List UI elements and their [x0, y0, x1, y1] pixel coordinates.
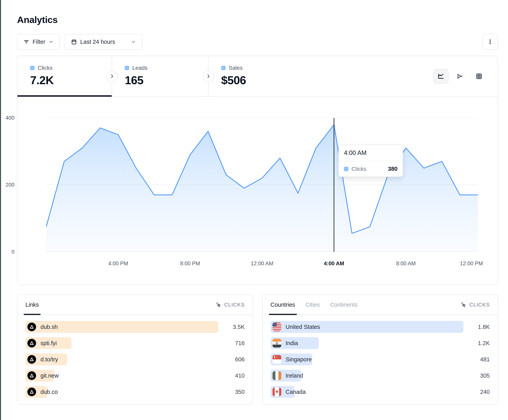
x-axis-label: 12:00 AM — [251, 261, 273, 267]
tab-clicks-value: 7.2K — [30, 73, 112, 87]
x-axis-label: 12:00 PM — [460, 261, 483, 267]
dub-logo-icon — [27, 355, 36, 364]
chart-plot-area[interactable] — [46, 118, 478, 252]
country-value: 305 — [480, 372, 490, 379]
funnel-chart-icon[interactable] — [452, 69, 468, 84]
country-value: 240 — [480, 389, 490, 395]
dub-logo-icon — [27, 388, 36, 396]
tab-clicks-label: Clicks — [38, 65, 52, 71]
window-edge — [0, 0, 1, 420]
tab-sales-label: Sales — [229, 65, 243, 71]
tab-cities-label: Cities — [306, 302, 320, 308]
country-label: Ireland — [286, 372, 303, 379]
chevron-down-icon — [48, 39, 53, 44]
country-value: 481 — [480, 356, 490, 363]
country-row[interactable]: India 1.2K — [270, 337, 490, 349]
link-value: 3.5K — [233, 324, 245, 330]
chart-tooltip: 4:00 AM Clicks 380 — [338, 145, 403, 177]
chevron-right-icon[interactable] — [203, 71, 214, 82]
tab-leads[interactable]: Leads 165 — [112, 56, 208, 96]
links-panel-header: Links CLICKS — [17, 295, 253, 315]
clicks-series-swatch — [344, 167, 348, 171]
dub-logo-icon — [27, 339, 36, 348]
tab-links[interactable]: Links — [25, 295, 39, 315]
tooltip-value: 380 — [388, 166, 397, 172]
link-value: 716 — [235, 340, 245, 347]
country-row[interactable]: Singapore 481 — [270, 354, 490, 365]
country-row[interactable]: United States 1.8K — [270, 321, 490, 333]
link-label: d.to/try — [40, 356, 58, 363]
tab-continents[interactable]: Continents — [330, 295, 358, 315]
flag-canada-icon — [273, 388, 281, 396]
countries-metric-selector[interactable]: CLICKS — [461, 302, 490, 308]
link-label: git.new — [40, 372, 59, 379]
country-label: Singapore — [286, 356, 312, 363]
page-title: Analytics — [17, 14, 498, 25]
link-row[interactable]: dub.co 350 — [25, 386, 245, 398]
clicks-series-swatch — [30, 66, 35, 70]
leads-series-swatch — [125, 66, 129, 70]
country-row[interactable]: Canada 240 — [270, 386, 490, 398]
analytics-page: Analytics Filter Last 24 hours — [0, 0, 508, 405]
stats-tabs: Clicks 7.2K Leads 165 — [17, 56, 498, 97]
tab-cities[interactable]: Cities — [306, 295, 320, 315]
dub-logo-icon — [27, 371, 36, 380]
cursor-click-icon — [216, 302, 222, 308]
flag-united-states-icon — [273, 323, 281, 331]
countries-metric-label: CLICKS — [469, 302, 490, 308]
flag-ireland-icon — [273, 371, 281, 380]
tab-clicks[interactable]: Clicks 7.2K — [17, 56, 112, 96]
analytics-card: Clicks 7.2K Leads 165 — [17, 56, 498, 285]
link-label: spti.fyi — [40, 340, 57, 347]
country-row[interactable]: Ireland 305 — [270, 370, 490, 382]
tab-sales[interactable]: Sales $506 — [209, 56, 312, 96]
chart-type-switcher — [433, 69, 498, 84]
country-label: United States — [286, 324, 320, 330]
table-grid-icon[interactable] — [471, 69, 486, 84]
toolbar: Filter Last 24 hours — [17, 34, 498, 50]
tab-leads-value: 165 — [125, 73, 208, 87]
tab-countries-label: Countries — [270, 302, 295, 308]
more-options-button[interactable] — [482, 34, 498, 50]
country-label: India — [286, 340, 298, 347]
link-label: dub.co — [40, 389, 58, 395]
chart-area-fill — [46, 125, 478, 252]
line-chart-icon[interactable] — [433, 69, 448, 84]
date-range-label: Last 24 hours — [80, 39, 115, 45]
y-axis-label: 0 — [0, 249, 15, 255]
flag-india-icon — [273, 339, 281, 348]
date-range-button[interactable]: Last 24 hours — [65, 34, 142, 50]
links-list: dub.sh 3.5K spti.fyi 716 — [17, 315, 253, 398]
tab-sales-value: $506 — [221, 73, 312, 87]
tooltip-time: 4:00 AM — [339, 145, 403, 161]
tab-links-label: Links — [25, 302, 39, 308]
country-value: 1.8K — [478, 324, 490, 330]
country-value: 1.2K — [478, 340, 490, 347]
cursor-click-icon — [461, 302, 467, 308]
link-value: 606 — [235, 356, 245, 363]
flag-singapore-icon — [273, 355, 281, 364]
x-axis-label: 8:00 AM — [396, 261, 416, 267]
countries-panel-header: Countries Cities Continents — [263, 295, 498, 315]
sales-series-swatch — [221, 66, 225, 70]
x-axis-label: 8:00 PM — [180, 261, 200, 267]
tooltip-series-label: Clicks — [351, 166, 366, 172]
dub-logo-icon — [27, 323, 36, 331]
link-row[interactable]: spti.fyi 716 — [25, 337, 245, 349]
clicks-time-series-chart[interactable]: 400 200 0 4:00 PM8:00 PM12 — [17, 97, 498, 284]
kebab-menu-icon — [487, 39, 493, 45]
tab-countries[interactable]: Countries — [270, 295, 295, 315]
links-metric-selector[interactable]: CLICKS — [216, 302, 245, 308]
links-panel: Links CLICKS — [17, 294, 253, 405]
filter-button[interactable]: Filter — [17, 34, 60, 50]
link-row[interactable]: git.new 410 — [25, 370, 245, 382]
countries-list: United States 1.8K India — [263, 315, 498, 398]
link-row[interactable]: dub.sh 3.5K — [25, 321, 245, 333]
link-row[interactable]: d.to/try 606 — [25, 354, 245, 365]
calendar-icon — [71, 39, 77, 45]
chevron-right-icon[interactable] — [106, 71, 118, 82]
country-label: Canada — [286, 389, 306, 395]
countries-panel: Countries Cities Continents — [262, 294, 498, 405]
link-value: 410 — [235, 372, 245, 379]
x-axis: 4:00 PM8:00 PM12:00 AM4:00 AM8:00 AM12:0… — [46, 258, 478, 270]
